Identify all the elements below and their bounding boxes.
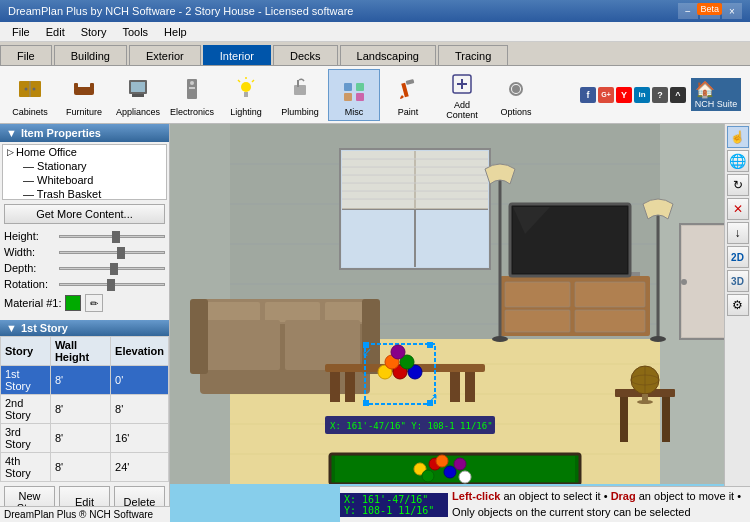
2d-icon: 2D (731, 252, 744, 263)
expand-icon: ▷ (7, 147, 14, 157)
titlebar: DreamPlan Plus by NCH Software - 2 Story… (0, 0, 750, 22)
rotation-row: Rotation: (4, 278, 165, 290)
story-row[interactable]: 4th Story 8' 24' (1, 453, 169, 482)
height-row: Height: (4, 230, 165, 242)
furniture-label: Furniture (66, 107, 102, 117)
story-row[interactable]: 3rd Story 8' 16' (1, 424, 169, 453)
orbit-button[interactable]: ↻ (727, 174, 749, 196)
story-row[interactable]: 2nd Story 8' 8' (1, 395, 169, 424)
googleplus-icon[interactable]: G+ (598, 87, 614, 103)
svg-rect-22 (344, 93, 352, 101)
options-icon (500, 73, 532, 105)
scene-svg: ↗ ↙ (170, 124, 750, 484)
svg-rect-12 (189, 87, 195, 89)
toolbar-furniture[interactable]: Furniture (58, 69, 110, 121)
tab-exterior[interactable]: Exterior (129, 45, 201, 65)
toolbar-lighting[interactable]: Lighting (220, 69, 272, 121)
material-edit-button[interactable]: ✏ (85, 294, 103, 312)
rotation-slider[interactable] (59, 283, 165, 286)
remove-icon: ✕ (733, 202, 743, 216)
remove-button[interactable]: ✕ (727, 198, 749, 220)
menu-tools[interactable]: Tools (114, 24, 156, 40)
svg-rect-77 (205, 320, 280, 370)
appliances-label: Appliances (116, 107, 160, 117)
tree-item[interactable]: — Stationary (3, 159, 166, 173)
main-area: ▼ Item Properties ▷ Home Office — Statio… (0, 124, 750, 522)
story-row[interactable]: 1st Story 8' 0' (1, 366, 169, 395)
svg-rect-85 (345, 372, 355, 402)
depth-slider[interactable] (59, 267, 165, 270)
close-button[interactable]: × (722, 3, 742, 19)
menu-file[interactable]: File (4, 24, 38, 40)
cursor-button[interactable]: ☝ (727, 126, 749, 148)
add-content-icon (446, 70, 478, 98)
toolbar-appliances[interactable]: Appliances (112, 69, 164, 121)
menu-help[interactable]: Help (156, 24, 195, 40)
youtube-icon[interactable]: Y (616, 87, 632, 103)
click-label: Left-click (452, 490, 500, 502)
toolbar-add-content[interactable]: Add Content (436, 69, 488, 121)
tab-file[interactable]: File (0, 45, 52, 65)
paint-label: Paint (398, 107, 419, 117)
svg-rect-20 (344, 83, 352, 91)
height-slider[interactable] (59, 235, 165, 238)
tree-item[interactable]: ▷ Home Office (3, 145, 166, 159)
linkedin-icon[interactable]: in (634, 87, 650, 103)
height-label: Height: (4, 230, 59, 242)
toolbar-cabinets[interactable]: Cabinets (4, 69, 56, 121)
svg-rect-19 (297, 80, 299, 87)
width-slider[interactable] (59, 251, 165, 254)
depth-row: Depth: (4, 262, 165, 274)
tree-item[interactable]: — Trash Basket (3, 187, 166, 200)
menu-story[interactable]: Story (73, 24, 115, 40)
menu-edit[interactable]: Edit (38, 24, 73, 40)
svg-point-71 (650, 336, 666, 342)
toolbar-paint[interactable]: Paint (382, 69, 434, 121)
toolbar-plumbing[interactable]: Plumbing (274, 69, 326, 121)
rotation-label: Rotation: (4, 278, 59, 290)
3d-viewport[interactable]: ↗ ↙ (170, 124, 750, 522)
get-more-content-button[interactable]: Get More Content... (4, 204, 165, 224)
nch-suite-button[interactable]: 🏠 NCH Suite (690, 78, 742, 111)
help-icon[interactable]: ? (652, 87, 668, 103)
svg-point-114 (436, 455, 448, 467)
material-color-swatch[interactable] (65, 295, 81, 311)
viewport-panel[interactable]: ↗ ↙ (170, 124, 750, 522)
svg-point-108 (637, 400, 653, 404)
svg-line-16 (252, 80, 254, 82)
toolbar-misc[interactable]: Misc (328, 69, 380, 121)
facebook-icon[interactable]: f (580, 87, 596, 103)
toolbar-electronics[interactable]: Electronics (166, 69, 218, 121)
2d-button[interactable]: 2D (727, 246, 749, 268)
orbit-icon: ↻ (733, 178, 743, 192)
toolbar-options[interactable]: Options (490, 69, 542, 121)
right-sidebar: ☝ 🌐 ↻ ✕ ↓ 2D 3D (724, 124, 750, 522)
toolbar: Cabinets Furniture Appliances Electronic… (0, 66, 750, 124)
tab-landscaping[interactable]: Landscaping (340, 45, 436, 65)
tab-building[interactable]: Building (54, 45, 127, 65)
svg-point-97 (391, 345, 405, 359)
story-col-story: Story (1, 337, 51, 366)
tab-tracing[interactable]: Tracing (438, 45, 508, 65)
item-properties-header: ▼ Item Properties (0, 124, 169, 142)
settings-button[interactable]: ⚙ (727, 294, 749, 316)
tab-interior[interactable]: Interior (203, 45, 271, 65)
arrow-icon[interactable]: ^ (670, 87, 686, 103)
svg-rect-47 (342, 151, 488, 209)
svg-rect-74 (205, 302, 260, 322)
tab-decks[interactable]: Decks (273, 45, 338, 65)
tree-item[interactable]: — Whiteboard (3, 173, 166, 187)
svg-rect-79 (190, 299, 208, 374)
globe-button[interactable]: 🌐 (727, 150, 749, 172)
minimize-button[interactable]: − (678, 3, 698, 19)
svg-rect-75 (265, 302, 320, 322)
lighting-icon (230, 73, 262, 105)
svg-rect-8 (131, 82, 145, 92)
item-tree[interactable]: ▷ Home Office — Stationary — Whiteboard … (2, 144, 167, 200)
left-panel: ▼ Item Properties ▷ Home Office — Statio… (0, 124, 170, 522)
svg-rect-24 (401, 82, 408, 97)
svg-rect-76 (325, 302, 365, 322)
arrow-down-button[interactable]: ↓ (727, 222, 749, 244)
svg-point-2 (25, 87, 28, 90)
3d-button[interactable]: 3D (727, 270, 749, 292)
